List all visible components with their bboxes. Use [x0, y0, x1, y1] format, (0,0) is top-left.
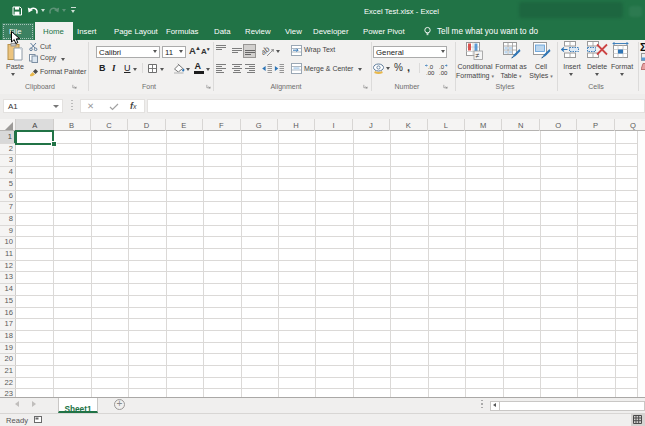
- svg-text:.00: .00: [426, 70, 435, 76]
- svg-text:ab: ab: [262, 44, 272, 57]
- svg-text:≠: ≠: [476, 52, 480, 59]
